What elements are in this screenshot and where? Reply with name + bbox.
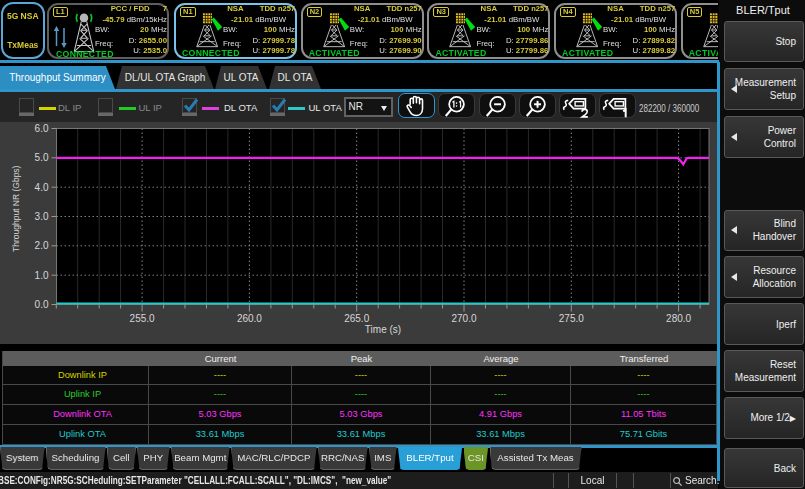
svg-text:Time (s): Time (s) (365, 324, 401, 335)
svg-text:1.0: 1.0 (35, 270, 49, 281)
svg-text:280.0: 280.0 (666, 313, 691, 324)
svg-text:0.0: 0.0 (35, 299, 49, 310)
svg-text:260.0: 260.0 (237, 313, 262, 324)
svg-text:275.0: 275.0 (559, 313, 584, 324)
svg-text:255.0: 255.0 (130, 313, 155, 324)
svg-text:5.0: 5.0 (35, 152, 49, 163)
svg-text:265.0: 265.0 (344, 313, 369, 324)
svg-text:2.0: 2.0 (35, 240, 49, 251)
svg-text:3.0: 3.0 (35, 211, 49, 222)
svg-text:270.0: 270.0 (451, 313, 476, 324)
svg-text:4.0: 4.0 (35, 182, 49, 193)
svg-text:6.0: 6.0 (35, 123, 49, 134)
